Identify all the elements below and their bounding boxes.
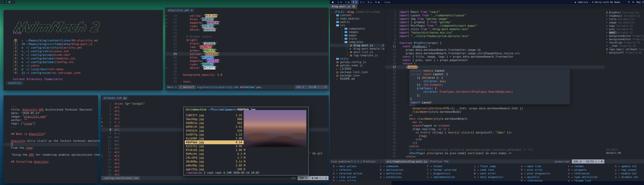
- vista-item[interactable]: ƒ tags.map() callback Functi…: [604, 48, 644, 51]
- file-row[interactable]: 6zS17Sj.jpg4.96 M: [185, 144, 246, 148]
- buffer-line[interactable]: From the repo:: [4, 146, 98, 150]
- code-line[interactable]: import React from "react": [399, 10, 604, 14]
- which-key-binding[interactable]: i → implementation: [427, 175, 473, 179]
- vista-item[interactable]: • backgroundColor Property:23: [604, 37, 644, 41]
- file-row[interactable]: 9hMxcHr.jpg4.1 M: [185, 152, 246, 156]
- file-row[interactable]: ad6v90y.jpg3.05 M: [185, 164, 246, 167]
- which-key-binding[interactable]: ; → refactor: [333, 168, 379, 172]
- file-row[interactable]: 3JWY37f.jpg1.31 M: [185, 113, 246, 117]
- which-key-binding[interactable]: v → tag viewer: [615, 168, 644, 172]
- which-key-binding[interactable]: Z → enable CoC: [615, 172, 644, 175]
- explorer-item-templates[interactable]: └ templates: [330, 40, 385, 44]
- file-row[interactable]: 07nEzQ3.jpg1.86 M: [185, 148, 246, 152]
- file-row[interactable]: 30iNVBw.jpg3.11 M: [185, 160, 246, 164]
- workspace-4[interactable]: 4 ▢: [358, 0, 366, 4]
- arch-logo-icon[interactable]: [330, 1, 336, 3]
- buffer-line[interactable]: 31background_opacity: 1.0: [166, 73, 328, 76]
- which-key-binding[interactable]: P → prev error: [521, 168, 567, 172]
- buffer-line[interactable]: author: "": [4, 118, 98, 122]
- code-line[interactable]: import "katex/dist/katex.min.css": [399, 31, 604, 34]
- buffer-line[interactable]: ## Installing Alacritty: [4, 160, 98, 164]
- vista-item[interactable]: • tags Variable:14: [604, 24, 644, 27]
- buffer-line[interactable]: image: "alacritty.png": [4, 115, 98, 118]
- explorer-item-gatsby-config-js[interactable]: JSgatsby-config.js: [330, 60, 385, 64]
- explorer-item-gatsby-node-js[interactable]: JSgatsby-node.js: [330, 64, 385, 67]
- code-line[interactable]: <Layout>: [399, 65, 604, 69]
- explorer-item-blog-post-js[interactable]: │ JSblog-post.jsi: [330, 44, 385, 47]
- which-key-binding[interactable]: U → update CoC: [615, 165, 644, 168]
- code-line[interactable]: <a href={`/${tag}`} key={i} style={{ mar…: [399, 131, 604, 134]
- workspace-8[interactable]: 8 ✉: [366, 0, 374, 4]
- startify-entry[interactable]: [4] ⚙~/.config/picom/picom.conf: [13, 53, 98, 57]
- workspace-3[interactable]: 3 V: [351, 0, 358, 4]
- vista-item[interactable]: ƒ BlogPost Function:10: [604, 11, 644, 14]
- file-row[interactable]: 6iibVNY.jpg2.06 M: [185, 137, 246, 140]
- explorer-item-node-modules[interactable]: JSnode_modules: [330, 17, 385, 20]
- which-key-binding[interactable]: f → format selected: [427, 168, 473, 172]
- explorer-item-package-lock-json[interactable]: {}package-lock.json: [330, 70, 385, 74]
- code-line[interactable]: import "../style/themes/prism-darcula.le…: [399, 34, 604, 38]
- which-key-binding[interactable]: p → prev diagnostic: [521, 172, 567, 175]
- which-key-binding[interactable]: o → open link: [521, 165, 567, 168]
- which-key-binding[interactable]: S → snippets: [568, 168, 614, 172]
- startify-entry[interactable]: [3] >_~/.config/zsh/aliases.zsh: [13, 49, 98, 53]
- wifi-icon[interactable]: [628, 1, 630, 3]
- buffer-line[interactable]: ---: [4, 125, 98, 129]
- explorer-item-public[interactable]: public: [330, 20, 385, 24]
- buffer-line[interactable]: 26 blue: "#61afef": [166, 56, 328, 59]
- code-line[interactable]: import { graphql } from "gatsby": [399, 20, 604, 24]
- code-line[interactable]: {tag}: [399, 134, 604, 138]
- buffer-line[interactable]: 19: [166, 31, 328, 35]
- buffer-line[interactable]: ~14 yellow: "#EBCB8B": [166, 14, 328, 17]
- buffer-line[interactable]: ~17 cyan: "#88C0D0": [166, 24, 328, 28]
- code-line[interactable]: <span>Tagged in </span>: [399, 124, 604, 127]
- pane-divider[interactable]: [385, 9, 385, 160]
- which-key-binding[interactable]: d → definition: [380, 172, 426, 175]
- which-key-binding[interactable]: I → diagnostics: [427, 172, 473, 175]
- file-row[interactable]: 4Y6C0JV.jpg539 K: [185, 129, 246, 133]
- bluetooth-icon[interactable]: [5, 1, 8, 3]
- code-line[interactable]: return (: [399, 62, 604, 65]
- code-line[interactable]: props.data.markdownRemark.frontmatter.im…: [399, 48, 604, 52]
- file-row[interactable]: 4bORVJa.jpg943 K: [185, 121, 246, 125]
- which-key-binding[interactable]: F → format: [427, 165, 473, 168]
- explorer-item-blog-post-module-le[interactable]: │ #blog-post.module.le: [330, 47, 385, 50]
- buffer-line[interactable]: [4, 129, 98, 132]
- explorer-item-post-list-js[interactable]: │ JSpost-list.js: [330, 50, 385, 54]
- vista-item[interactable]: • next Variable:15: [604, 31, 644, 34]
- workspace-2[interactable]: 2 ▤: [344, 0, 351, 4]
- buffer-line[interactable]: 33font:: [166, 80, 328, 83]
- buffer-line[interactable]: 30: [166, 70, 328, 73]
- vista-item[interactable]: • marginLeft Property:36: [604, 51, 644, 54]
- code-line[interactable]: <br />: [399, 121, 604, 124]
- code-line[interactable]: function BlogPost(props) {: [399, 41, 604, 45]
- code-line[interactable]: const { prev, next } = props.pageContext: [399, 58, 604, 62]
- buffer-line[interactable]: ---: [4, 105, 98, 108]
- which-key-binding[interactable]: D → declaration: [380, 168, 426, 172]
- startify-entry[interactable]: [0] ↓~/Repos/blog/content/Linux/06-alacr…: [13, 39, 98, 42]
- vista-item[interactable]: • image Variable:14: [604, 21, 644, 24]
- code-line[interactable]: import Layout from "../components/layout…: [399, 14, 604, 17]
- explorer-item-style[interactable]: │ style: [330, 37, 385, 40]
- which-key-binding[interactable]: c → commands: [380, 165, 426, 168]
- vista-item[interactable]: • thumbnail Variable:11: [604, 14, 644, 17]
- display-icon[interactable]: [8, 1, 11, 3]
- which-key-binding[interactable]: u → resume list: [568, 179, 614, 183]
- startify-entry[interactable]: [5] ⚙~/.config/polybar/modules.ini: [13, 57, 98, 60]
- explorer-item-src[interactable]: src: [330, 24, 385, 27]
- startify-entry[interactable]: [1] JS~/Repos/blog/src/templates/blog-po…: [13, 42, 98, 46]
- code-line[interactable]: </a>: [399, 138, 604, 141]
- buffer-line[interactable]: 23 red: "#e06c75": [166, 45, 328, 49]
- which-key-binding[interactable]: e → extensions: [380, 175, 426, 179]
- startify-entry[interactable]: [6] ⚙~/.config/polybar/config.ini: [13, 60, 98, 64]
- code-line[interactable]: const { title, image, tags } = props.dat…: [399, 55, 604, 58]
- which-key-binding[interactable]: q → quickfix: [521, 175, 567, 179]
- explorer-item-images[interactable]: │ images: [330, 30, 385, 34]
- buffer-line[interactable]: "Using the GPU for rendering enables opt…: [4, 153, 98, 157]
- code-line[interactable]: props.data.markdownRemark.frontmatter.im…: [399, 52, 604, 55]
- buffer-line[interactable]: 22 black: "#5c6370": [166, 42, 328, 45]
- which-key-binding[interactable]: k → code lens: [474, 168, 520, 172]
- which-key-binding[interactable]: n → next diagnostic: [474, 175, 520, 179]
- code-line[interactable]: </div>: [399, 155, 604, 158]
- explorer-item-license[interactable]: ✦LICENSE: [330, 67, 385, 70]
